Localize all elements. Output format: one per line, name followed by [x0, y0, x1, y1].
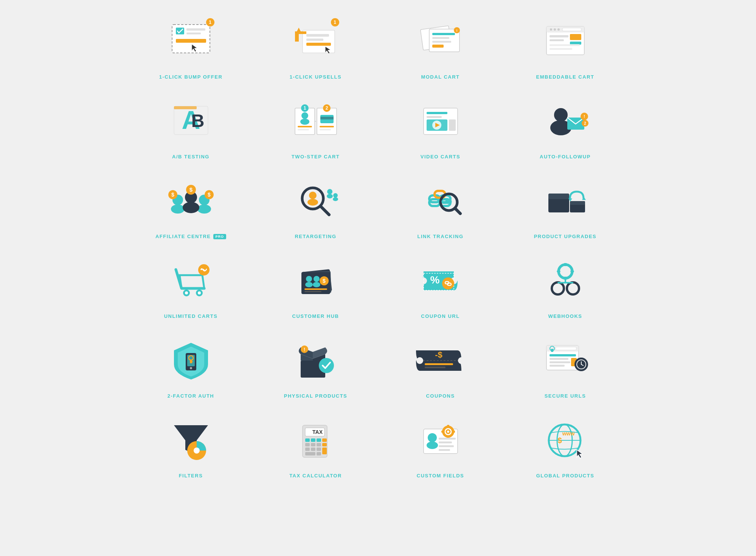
feature-customer-hub[interactable]: $ CUSTOMER HUB: [257, 254, 374, 319]
affiliate-label: AFFILIATE CENTRE PRO: [155, 234, 226, 239]
svg-text:$: $: [189, 186, 192, 193]
svg-text:2: 2: [584, 121, 586, 125]
svg-rect-4: [176, 39, 206, 43]
svg-rect-15: [432, 33, 455, 35]
auto-followup-label: AUTO-FOLLOWUP: [540, 154, 591, 160]
filters-label: FILTERS: [179, 473, 203, 479]
svg-rect-30: [570, 42, 581, 45]
feature-coupon-url[interactable]: % COUPON URL: [382, 254, 499, 319]
svg-rect-27: [550, 35, 568, 37]
svg-point-188: [428, 433, 437, 442]
svg-rect-48: [320, 126, 334, 127]
feature-modal-cart[interactable]: ! MODAL CART: [382, 15, 499, 80]
feature-custom-fields[interactable]: CUSTOM FIELDS: [382, 414, 499, 479]
svg-rect-197: [439, 438, 456, 440]
svg-point-67: [171, 204, 185, 214]
svg-marker-204: [577, 450, 582, 458]
feature-ab-testing[interactable]: A B A/B TESTING: [132, 95, 250, 160]
svg-rect-115: [304, 288, 327, 290]
filters-icon-wrapper: [165, 414, 217, 467]
svg-rect-184: [322, 448, 327, 454]
svg-rect-40: [298, 126, 312, 127]
upsells-label: 1-CLICK UPSELLS: [290, 74, 342, 80]
svg-point-102: [185, 291, 188, 294]
feature-one-click-upsells[interactable]: 1 1-CLICK UPSELLS: [257, 15, 374, 80]
svg-rect-200: [439, 449, 450, 451]
svg-rect-199: [439, 445, 454, 447]
svg-rect-173: [305, 438, 310, 442]
feature-video-carts[interactable]: VIDEO CARTS: [382, 95, 499, 160]
svg-rect-98: [570, 201, 585, 205]
svg-rect-7: [306, 34, 329, 37]
svg-point-80: [309, 192, 317, 199]
svg-rect-182: [311, 448, 315, 451]
feature-webhooks[interactable]: WEBHOOKS: [507, 254, 624, 319]
feature-two-step-cart[interactable]: 1 2 TWO-STEP CART: [257, 95, 374, 160]
feature-embeddable-cart[interactable]: EMBEDDABLE CART: [507, 15, 624, 80]
svg-rect-96: [548, 194, 569, 199]
svg-point-104: [198, 291, 201, 294]
svg-text:B: B: [191, 111, 204, 131]
feature-product-upgrades[interactable]: PRODUCT UPGRADES: [507, 175, 624, 239]
auto-followup-icon-wrapper: ! 2: [539, 95, 592, 148]
svg-point-84: [333, 193, 338, 198]
feature-auto-followup[interactable]: ! 2 AUTO-FOLLOWUP: [507, 95, 624, 160]
upsells-icon-wrapper: 1: [289, 15, 342, 68]
badge-upsells: 1: [331, 18, 339, 26]
product-upgrades-label: PRODUCT UPGRADES: [534, 234, 597, 239]
svg-rect-17: [432, 41, 451, 43]
svg-line-79: [321, 206, 329, 215]
video-carts-icon-wrapper: [414, 95, 467, 148]
svg-rect-53: [427, 112, 447, 114]
svg-point-112: [313, 282, 320, 287]
svg-rect-198: [439, 441, 452, 443]
feature-two-factor-auth[interactable]: 2-FACTOR AUTH: [132, 334, 250, 399]
feature-secure-urls[interactable]: SECURE URLS: [507, 334, 624, 399]
feature-retargeting[interactable]: RETARGETING: [257, 175, 374, 239]
svg-rect-16: [432, 37, 449, 39]
feature-global-products[interactable]: $ www GLOBAL PRODUCTS: [507, 414, 624, 479]
svg-line-92: [455, 208, 460, 214]
svg-rect-181: [305, 448, 310, 451]
svg-rect-58: [449, 119, 456, 131]
svg-point-139: [190, 367, 192, 369]
svg-rect-41: [298, 129, 309, 130]
svg-point-169: [194, 448, 200, 454]
svg-rect-32: [550, 48, 572, 50]
bump-offer-label: 1-CLICK BUMP OFFER: [159, 74, 223, 80]
svg-rect-36: [174, 106, 197, 109]
coupons-label: COUPONS: [426, 393, 455, 399]
svg-rect-177: [305, 443, 310, 446]
svg-point-147: [416, 357, 423, 364]
coupons-icon-wrapper: -$: [414, 334, 467, 387]
feature-affiliate-centre[interactable]: $ $ $ AFFILIATE CENTRE PRO: [132, 175, 250, 239]
feature-tax-calculator[interactable]: TAX TAX CALCULATOR: [257, 414, 374, 479]
svg-rect-8: [306, 39, 323, 41]
svg-rect-185: [305, 452, 315, 455]
svg-rect-158: [550, 354, 576, 356]
coupon-url-icon-wrapper: %: [414, 254, 467, 307]
features-grid: 1 1-CLICK BUMP OFFER 1: [132, 15, 624, 479]
physical-products-label: PHYSICAL PRODUCTS: [284, 393, 348, 399]
feature-one-click-bump[interactable]: 1 1-CLICK BUMP OFFER: [132, 15, 250, 80]
coupon-url-label: COUPON URL: [421, 313, 459, 319]
svg-point-25: [557, 28, 560, 31]
svg-marker-11: [297, 28, 301, 31]
svg-text:$: $: [323, 278, 326, 284]
svg-text:$: $: [208, 192, 211, 198]
svg-point-189: [427, 441, 438, 449]
svg-rect-28: [550, 39, 564, 41]
feature-link-tracking[interactable]: LINK TRACKING: [382, 175, 499, 239]
webhooks-icon-wrapper: [539, 254, 592, 307]
feature-unlimited-carts[interactable]: UNLIMITED CARTS: [132, 254, 250, 319]
svg-point-111: [314, 276, 320, 282]
feature-coupons[interactable]: -$ COUPONS: [382, 334, 499, 399]
two-factor-auth-icon-wrapper: [165, 334, 217, 387]
feature-physical-products[interactable]: ! PHYSICAL PRODUCTS: [257, 334, 374, 399]
two-step-icon-wrapper: 1 2: [289, 95, 342, 148]
svg-point-148: [458, 357, 465, 364]
feature-filters[interactable]: FILTERS: [132, 414, 250, 479]
svg-text:!: !: [456, 29, 457, 33]
svg-point-23: [550, 28, 552, 31]
svg-rect-157: [556, 347, 576, 350]
